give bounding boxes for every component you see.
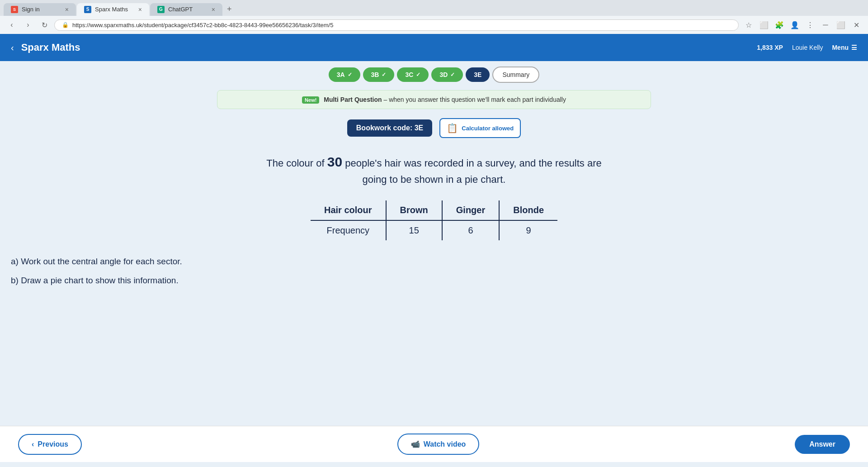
calculator-icon: 📋 — [447, 123, 458, 133]
browser-tab-chatgpt[interactable]: G ChatGPT × — [150, 3, 222, 16]
user-name: Louie Kelly — [792, 44, 823, 51]
task-tab-nav: 3A ✓ 3B ✓ 3C ✓ 3D ✓ 3E Summary — [0, 61, 868, 83]
browser-tab-profile[interactable]: S Sign in × — [4, 3, 76, 16]
tab-3A-check: ✓ — [348, 71, 352, 78]
tab-summary[interactable]: Summary — [492, 67, 539, 83]
tab-3B-label: 3B — [371, 71, 379, 78]
browser-tab-sparx[interactable]: S Sparx Maths × — [77, 3, 149, 16]
table-header-row: Hair colour Brown Ginger Blonde — [311, 200, 557, 220]
question-text-before: The colour of — [266, 157, 324, 169]
watch-video-button[interactable]: 📹 Watch video — [397, 434, 480, 455]
answer-label: Answer — [809, 440, 835, 448]
cell-brown-freq: 15 — [386, 220, 442, 240]
maximize-button[interactable]: ⬜ — [835, 19, 847, 31]
hamburger-icon: ☰ — [851, 44, 857, 51]
tab-3C-label: 3C — [405, 71, 413, 78]
profile-button[interactable]: 👤 — [788, 19, 801, 31]
question-highlight: 30 — [327, 154, 342, 169]
tab-3A-label: 3A — [337, 71, 345, 78]
minimize-button[interactable]: ─ — [819, 19, 832, 31]
tab-3C[interactable]: 3C ✓ — [397, 67, 429, 82]
bookwork-row: Bookwork code: 3E 📋 Calculator allowed — [347, 118, 521, 138]
sparx-favicon: S — [84, 6, 91, 13]
previous-label: Previous — [38, 440, 68, 448]
xp-badge: 1,833 XP — [757, 44, 783, 51]
header-back-button[interactable]: ‹ — [11, 43, 14, 53]
profile-favicon: S — [11, 6, 18, 13]
tab-3E[interactable]: 3E — [466, 67, 490, 82]
cell-ginger-freq: 6 — [442, 220, 499, 240]
url-text: https://www.sparxmaths.uk/student/packag… — [72, 22, 731, 29]
sub-questions: a) Work out the central angle for each s… — [11, 257, 373, 295]
previous-button[interactable]: ‹ Previous — [18, 434, 82, 455]
watch-label: Watch video — [424, 440, 466, 448]
cast-button[interactable]: ⬜ — [758, 19, 770, 31]
col-ginger: Ginger — [442, 200, 499, 220]
more-button[interactable]: ⋮ — [804, 19, 816, 31]
bookwork-code: Bookwork code: 3E — [347, 119, 432, 137]
close-tab-chatgpt[interactable]: × — [212, 6, 215, 13]
banner-rest-text: – when you answer this question we'll ma… — [383, 96, 566, 103]
address-bar[interactable]: 🔒 https://www.sparxmaths.uk/student/pack… — [54, 19, 739, 31]
tab-title-sparx: Sparx Maths — [95, 6, 135, 13]
extensions-button[interactable]: 🧩 — [773, 19, 786, 31]
footer: ‹ Previous 📹 Watch video Answer — [0, 426, 868, 462]
col-brown: Brown — [386, 200, 442, 220]
forward-button[interactable]: › — [22, 19, 34, 31]
tab-3E-label: 3E — [474, 71, 481, 78]
table-row: Frequency 15 6 9 — [311, 220, 557, 240]
tab-3C-check: ✓ — [416, 71, 420, 78]
tab-3D[interactable]: 3D ✓ — [431, 67, 463, 82]
calculator-badge: 📋 Calculator allowed — [439, 118, 521, 138]
tab-3A[interactable]: 3A ✓ — [329, 67, 360, 82]
app-logo: Sparx Maths — [21, 42, 757, 53]
close-tab-sparx[interactable]: × — [138, 6, 142, 13]
tab-3B-check: ✓ — [382, 71, 386, 78]
sub-question-b-text: b) Draw a pie chart to show this informa… — [11, 276, 179, 285]
question-area: New! Multi Part Question – when you answ… — [0, 83, 868, 426]
sub-question-b: b) Draw a pie chart to show this informa… — [11, 276, 373, 286]
sub-question-a: a) Work out the central angle for each s… — [11, 257, 373, 267]
close-tab-profile[interactable]: × — [65, 6, 69, 13]
video-icon: 📹 — [411, 440, 420, 448]
answer-button[interactable]: Answer — [795, 435, 850, 454]
calculator-label: Calculator allowed — [462, 125, 514, 132]
menu-button[interactable]: Menu ☰ — [832, 44, 857, 51]
new-tab-button[interactable]: + — [223, 3, 236, 16]
tab-3D-check: ✓ — [450, 71, 455, 78]
tab-3B[interactable]: 3B ✓ — [363, 67, 395, 82]
col-hair-colour: Hair colour — [311, 200, 386, 220]
close-window-button[interactable]: ✕ — [850, 19, 863, 31]
lock-icon: 🔒 — [62, 22, 69, 28]
sub-question-a-text: a) Work out the central angle for each s… — [11, 257, 182, 266]
chatgpt-favicon: G — [157, 6, 165, 13]
reload-button[interactable]: ↻ — [38, 19, 51, 31]
new-banner: New! Multi Part Question – when you answ… — [217, 90, 651, 109]
header-right: 1,833 XP Louie Kelly Menu ☰ — [757, 44, 857, 51]
question-text-after: people's hair was recorded in a survey, … — [345, 157, 602, 185]
banner-bold-text: Multi Part Question — [324, 96, 382, 103]
tab-3D-label: 3D — [439, 71, 448, 78]
bookmark-button[interactable]: ☆ — [742, 19, 755, 31]
tab-title-profile: Sign in — [22, 6, 61, 13]
back-button[interactable]: ‹ — [5, 19, 18, 31]
col-blonde: Blonde — [499, 200, 557, 220]
tab-summary-label: Summary — [502, 71, 529, 78]
cell-blonde-freq: 9 — [499, 220, 557, 240]
tab-title-chatgpt: ChatGPT — [168, 6, 208, 13]
data-table: Hair colour Brown Ginger Blonde Frequenc… — [311, 200, 557, 240]
question-text: The colour of 30 people's hair was recor… — [253, 152, 615, 187]
chevron-left-icon: ‹ — [32, 440, 34, 448]
row-label-frequency: Frequency — [311, 220, 386, 240]
app-header: ‹ Sparx Maths 1,833 XP Louie Kelly Menu … — [0, 34, 868, 61]
new-badge: New! — [302, 96, 319, 104]
